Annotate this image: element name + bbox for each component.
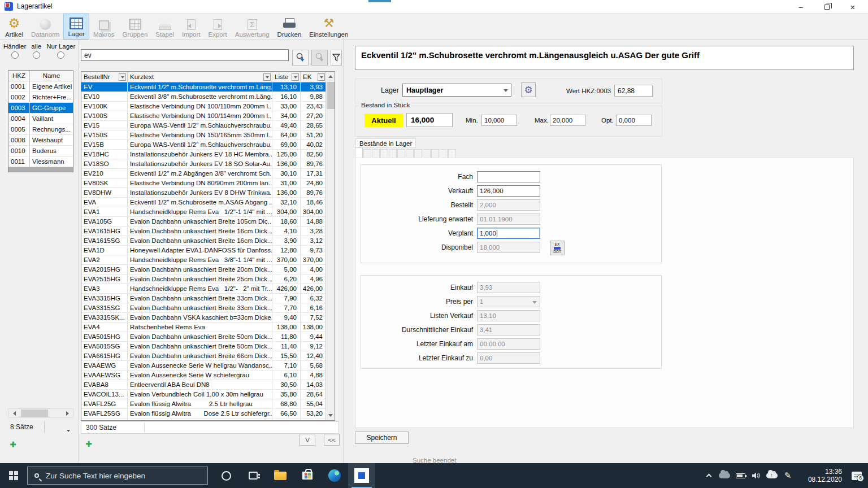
table-row[interactable]: EVA105G Evalon Dachbahn unkaschiert Brei… — [81, 217, 326, 226]
field-input[interactable]: 01.01.1900 — [477, 213, 540, 225]
table-row[interactable]: EV150S Elastische Verbindung DN 150/165m… — [81, 130, 326, 140]
radio-icon[interactable] — [11, 51, 19, 59]
column-filter-icon[interactable] — [292, 73, 299, 81]
table-row[interactable]: 0008 Weishaupt — [8, 135, 73, 146]
table-row[interactable]: EVA3315SK... Evalon Dachbahn VSKA kaschi… — [81, 313, 326, 323]
header-kurztext[interactable]: Kurztext — [128, 72, 272, 82]
add-dealer-button[interactable]: ✚ — [8, 439, 18, 450]
toolbar-button-einstellungen[interactable]: Einstellungen — [305, 14, 352, 40]
tray-expand-button[interactable] — [701, 463, 717, 488]
table-row[interactable]: EVA6615HG Evalon Dachbahn unkaschiert Br… — [81, 351, 326, 361]
export-button[interactable]: EX DOT — [550, 241, 565, 255]
table-row[interactable]: EVA2 Handschneidkluppe Rems Eva 3/8"-1 1… — [81, 255, 326, 265]
radio-alle[interactable]: alle — [31, 43, 41, 68]
start-button[interactable] — [0, 463, 27, 488]
table-row[interactable]: EV15B Europa WAS-Ventil 1/2" m.Schlauchv… — [81, 140, 326, 150]
table-row[interactable]: EVA5015SG Evalon Dachbahn unkaschiert Br… — [81, 342, 326, 351]
table-row[interactable]: EV15 Europa WAS-Ventil 1/2" m.Schlauchve… — [81, 121, 326, 130]
edge-button[interactable] — [321, 463, 348, 488]
radio-nur-lager[interactable]: Nur Lager — [46, 43, 75, 68]
radio-icon[interactable] — [57, 51, 64, 59]
taskbar-search[interactable]: Zur Suche Text hier eingeben — [27, 467, 208, 485]
field-input[interactable]: 2,000 — [477, 199, 540, 211]
field-input[interactable]: 1 — [477, 296, 540, 307]
column-filter-icon[interactable] — [318, 73, 325, 81]
task-view-button[interactable] — [240, 463, 267, 488]
table-row[interactable]: EV210 Eckventil 1/2" m.2 Abgängen 3/8" v… — [81, 169, 326, 178]
table-row[interactable]: EV18SO Installationszubehör Junkers EV 1… — [81, 159, 326, 169]
tab-scanner[interactable] — [414, 149, 422, 158]
table-row[interactable]: 0003 GC-Gruppe — [8, 103, 73, 114]
article-vscrollbar[interactable] — [326, 72, 335, 420]
table-row[interactable]: EV Eckventil 1/2" m.Schubrosette verchro… — [81, 82, 326, 92]
store-button[interactable] — [294, 463, 321, 488]
header-name[interactable]: Name — [30, 71, 73, 81]
table-row[interactable]: EV10 Eckventil 3/8" m.Schubrosette verch… — [81, 92, 326, 102]
restore-button[interactable] — [814, 0, 840, 14]
table-row[interactable]: EVA3315HG Evalon Dachbahn unkaschiert Br… — [81, 294, 326, 303]
cortana-button[interactable] — [212, 463, 240, 488]
file-explorer-button[interactable] — [267, 463, 294, 488]
tab-ugs-schnittstelle[interactable] — [389, 149, 397, 158]
header-ek[interactable]: EK — [301, 72, 326, 82]
search-input[interactable]: ev — [81, 49, 289, 61]
table-row[interactable]: EVAFL25SG Evalon flüssig Alwitra Dose 2.… — [81, 409, 326, 419]
search-button[interactable] — [292, 50, 309, 66]
field-input[interactable]: 00:00:00 — [477, 338, 540, 350]
field-input[interactable]: 126,000 — [477, 185, 540, 197]
toolbar-button-artikel[interactable]: Artikel — [1, 14, 27, 40]
table-row[interactable]: EVA Eckventil 1/2" m.Schubrosette m.ASAG… — [81, 198, 326, 207]
table-row[interactable]: EV100S Elastische Verbindung DN 100/114m… — [81, 111, 326, 121]
tab-inventur[interactable] — [423, 149, 431, 158]
onedrive-tray-button[interactable] — [717, 463, 732, 488]
field-input[interactable]: 3,93 — [477, 282, 540, 293]
taskbar-clock[interactable]: 13:36 08.12.2020 — [799, 468, 842, 483]
dealer-hscrollbar[interactable] — [8, 408, 73, 418]
header-bestellnr[interactable]: BestellNr — [81, 72, 128, 82]
column-filter-icon[interactable] — [119, 73, 126, 81]
scroll-up-icon[interactable] — [326, 72, 335, 81]
opt-field[interactable]: 0,000 — [616, 115, 652, 126]
scroll-down-icon[interactable] — [326, 411, 335, 420]
table-row[interactable]: EVAAEWSG Evalon Aussenecke Serie W schie… — [81, 371, 326, 380]
table-row[interactable]: 0005 Rechnungs... — [8, 124, 73, 135]
table-row[interactable]: 0002 Richter+Fre... — [8, 92, 73, 103]
max-field[interactable]: 20,000 — [550, 115, 585, 126]
filter-button[interactable] — [331, 50, 342, 66]
column-filter-icon[interactable] — [263, 73, 271, 81]
cloud-upload-tray-button[interactable]: ↑ — [764, 463, 780, 488]
field-input[interactable]: 0,00 — [477, 352, 540, 364]
aktuell-value-field[interactable]: 16,000 — [406, 113, 453, 127]
table-row[interactable]: EVAFL25G Evalon flüssig Alwitra 2.5 Ltr … — [81, 399, 326, 409]
table-row[interactable]: EVA4 Ratschenhebel Rems Eva 138,00 138,0… — [81, 323, 326, 332]
radio-h-ndler[interactable]: Händler — [3, 43, 26, 68]
scroll-right-icon[interactable] — [64, 409, 73, 417]
save-button[interactable]: Speichern — [355, 432, 409, 444]
pen-tray-button[interactable]: ✎ — [780, 463, 796, 488]
tab-unterartikel[interactable] — [448, 149, 456, 158]
table-row[interactable]: 0004 Vaillant — [8, 114, 73, 124]
tab-bewegungen[interactable] — [363, 149, 371, 158]
toolbar-button-lager[interactable]: Lager — [63, 14, 89, 40]
collapse-button[interactable]: << — [324, 434, 340, 446]
close-button[interactable]: × — [840, 0, 866, 14]
min-field[interactable]: 10,000 — [481, 115, 517, 126]
table-row[interactable]: EVA1615SG Evalon Dachbahn unkaschiert Br… — [81, 236, 326, 246]
volume-tray-button[interactable] — [748, 463, 764, 488]
field-input[interactable]: 1,000 — [477, 228, 540, 239]
tab-wartung[interactable] — [397, 149, 405, 158]
tab-umbuchen[interactable] — [380, 149, 388, 158]
minimize-button[interactable]: – — [788, 0, 814, 14]
table-row[interactable]: EV8DHW Installationszubehör Junkers EV 8… — [81, 188, 326, 198]
table-row[interactable]: EVA1 Handschneidkluppe Rems Eva 1/2"-1 1… — [81, 207, 326, 217]
toolbar-button-drucken[interactable]: Drucken — [274, 14, 306, 40]
field-input[interactable]: 13,10 — [477, 310, 540, 321]
table-row[interactable]: EVA2015HG Evalon Dachbahn unkaschiert Br… — [81, 265, 326, 274]
table-row[interactable]: EVA1D Honeywell Adapter EVA1-DANFOSS für… — [81, 246, 326, 255]
table-row[interactable]: EVA1615HG Evalon Dachbahn unkaschiert Br… — [81, 226, 326, 236]
mini-dropdown-icon[interactable] — [65, 428, 72, 434]
field-input[interactable]: 3,41 — [477, 324, 540, 336]
table-row[interactable]: EV18HC Installationszubehör Junkers EV 1… — [81, 150, 326, 159]
field-input[interactable]: 18,000 — [477, 242, 540, 253]
battery-tray-button[interactable] — [732, 463, 748, 488]
